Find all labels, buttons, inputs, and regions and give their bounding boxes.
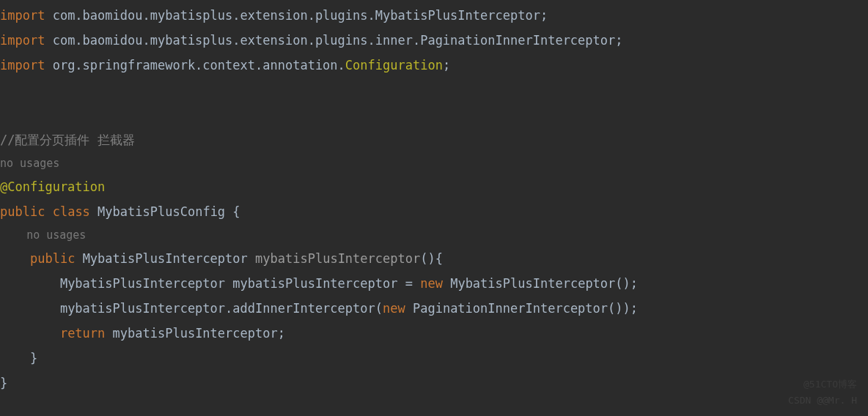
blank-line <box>0 78 868 103</box>
annotation-configuration: @Configuration <box>0 179 105 194</box>
code-line: } <box>0 346 868 371</box>
keyword-import: import <box>0 58 45 73</box>
code-line: return mybatisPlusInterceptor; <box>0 321 868 346</box>
brace-open: { <box>225 204 240 219</box>
semicolon: ; <box>443 58 450 73</box>
assign-op: = <box>397 276 420 291</box>
return-val: mybatisPlusInterceptor; <box>105 326 285 341</box>
brace-close: } <box>0 376 7 390</box>
var-type: MybatisPlusInterceptor <box>60 276 225 291</box>
keyword-import: import <box>0 8 45 23</box>
code-line: public MybatisPlusInterceptor mybatisPlu… <box>0 246 868 271</box>
keyword-public: public <box>0 204 45 219</box>
code-line: MybatisPlusInterceptor mybatisPlusInterc… <box>0 271 868 296</box>
keyword-class: class <box>53 204 90 219</box>
keyword-public: public <box>30 251 75 266</box>
usage-hint: no usages <box>0 224 868 246</box>
method-name: mybatisPlusInterceptor <box>255 251 420 266</box>
code-line: import org.springframework.context.annot… <box>0 53 868 78</box>
comment-line: //配置分页插件 拦截器 <box>0 127 868 152</box>
var-name: mybatisPlusInterceptor <box>232 276 397 291</box>
keyword-new: new <box>420 276 443 291</box>
package-path: com.baomidou.mybatisplus.extension.plugi… <box>45 8 548 23</box>
no-usages-text: no usages <box>26 229 86 242</box>
code-line: @Configuration <box>0 174 868 199</box>
brace-close: } <box>0 351 37 365</box>
ctor-call: PaginationInnerInterceptor()); <box>405 301 638 316</box>
class-name: MybatisPlusConfig <box>98 204 225 219</box>
blank-line <box>0 103 868 127</box>
comment-text: //配置分页插件 拦截器 <box>0 133 135 147</box>
classname-configuration: Configuration <box>345 58 443 73</box>
method-call: mybatisPlusInterceptor.addInnerIntercept… <box>60 301 383 316</box>
usage-hint: no usages <box>0 152 868 174</box>
package-path: com.baomidou.mybatisplus.extension.plugi… <box>45 33 622 48</box>
ctor-call: MybatisPlusInterceptor(); <box>443 276 638 291</box>
keyword-new: new <box>383 301 405 316</box>
method-params: (){ <box>420 251 443 266</box>
return-type: MybatisPlusInterceptor <box>83 251 248 266</box>
package-path: org.springframework.context.annotation. <box>45 58 345 73</box>
watermark-csdn: CSDN @@Mr. H <box>788 391 857 410</box>
code-editor[interactable]: import com.baomidou.mybatisplus.extensio… <box>0 0 868 395</box>
code-line: mybatisPlusInterceptor.addInnerIntercept… <box>0 296 868 321</box>
code-line: public class MybatisPlusConfig { <box>0 199 868 224</box>
keyword-return: return <box>60 326 105 341</box>
no-usages-text: no usages <box>0 157 59 170</box>
keyword-import: import <box>0 33 45 48</box>
code-line: } <box>0 371 868 395</box>
code-line: import com.baomidou.mybatisplus.extensio… <box>0 28 868 53</box>
code-line: import com.baomidou.mybatisplus.extensio… <box>0 3 868 28</box>
